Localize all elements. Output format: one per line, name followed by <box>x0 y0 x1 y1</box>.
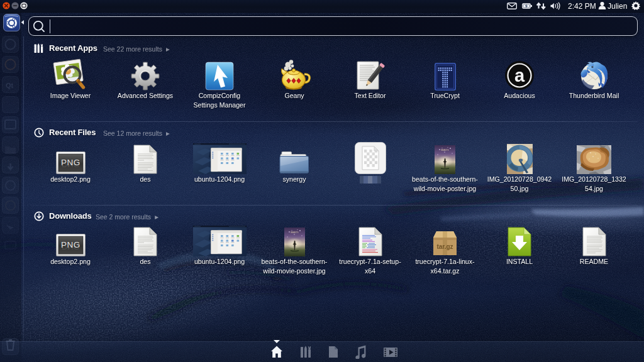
svg-text:tar.gz: tar.gz <box>436 243 453 250</box>
svg-text:PNG: PNG <box>61 160 79 169</box>
svg-text:Qt: Qt <box>6 82 14 89</box>
svg-text:a: a <box>514 65 525 85</box>
svg-text:BEASTS: BEASTS <box>441 149 449 151</box>
svg-text:PNG: PNG <box>61 242 79 251</box>
svg-text:BEASTS: BEASTS <box>291 231 298 234</box>
